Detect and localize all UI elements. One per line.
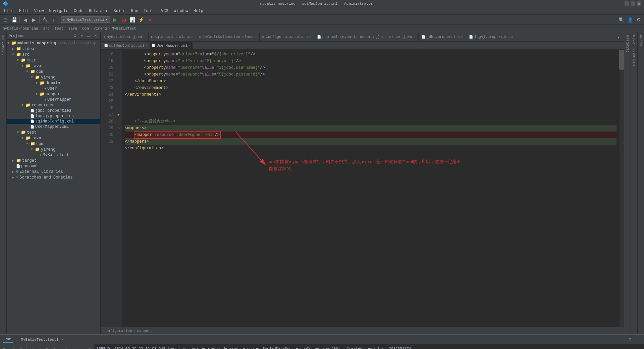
tabs-overflow-btn[interactable]: ▾: [614, 33, 623, 41]
toolbar-menu-btn[interactable]: ☰: [1, 16, 9, 24]
toolbar-profile-icon-btn[interactable]: 👤: [626, 16, 634, 24]
tree-jdbc-props[interactable]: ▶ 📄 jdbc.properties: [7, 108, 100, 113]
menu-vcs[interactable]: VCS: [158, 8, 171, 14]
scrollbar-track[interactable]: [619, 50, 624, 327]
menu-file[interactable]: File: [1, 8, 16, 14]
tree-log4j-props[interactable]: ▶ 📄 log4j.properties: [7, 113, 100, 119]
tree-mybatistest[interactable]: ▶ ● MyBatisTest: [7, 152, 100, 158]
menu-navigate[interactable]: Navigate: [46, 8, 71, 14]
profile-btn[interactable]: ⚡: [137, 16, 145, 24]
menu-code[interactable]: Code: [71, 8, 86, 14]
file-tab-sqlmapconfig[interactable]: 📄 sqlMapConfig.xml ✕: [102, 42, 149, 49]
tree-usermapper-xml[interactable]: ▶ 📄 UserMapper.xml: [7, 124, 100, 130]
minimize-button[interactable]: ─: [625, 1, 629, 6]
tree-java-test[interactable]: ▼ 📁 java: [7, 135, 100, 141]
file-tab-close-sqlmapconfig[interactable]: ✕: [146, 44, 147, 47]
file-tab-close-usermapper[interactable]: ✕: [189, 44, 190, 47]
maven-label[interactable]: Maven: [638, 32, 644, 49]
toolbar-settings-btn[interactable]: ⚙: [635, 16, 643, 24]
tab-close-userjava[interactable]: ✕: [414, 35, 416, 39]
project-gear-btn[interactable]: ⚙: [72, 33, 78, 39]
toolbar-build-btn[interactable]: 🔨: [41, 16, 49, 24]
tree-mapper[interactable]: ▼ 📁 mapper: [7, 91, 100, 97]
project-expand-btn[interactable]: ≡: [79, 33, 85, 39]
editor-breadcrumb-mappers[interactable]: mappers: [137, 329, 152, 333]
structure-label[interactable]: Structure: [1, 32, 6, 57]
bigdata-label[interactable]: Big Data Tools: [632, 32, 637, 68]
run-stop-btn[interactable]: ■: [17, 345, 25, 349]
database-label[interactable]: Database: [625, 32, 630, 55]
toolbar-sync-btn[interactable]: ↕: [50, 16, 58, 24]
tree-external-libs[interactable]: ▶ ⊞ External Libraries: [7, 169, 100, 174]
tab-close-pomxml[interactable]: ✕: [381, 35, 383, 39]
run-with-coverage-btn[interactable]: 📊: [128, 16, 136, 24]
tree-yimeng[interactable]: ▼ 📁 yimeng: [7, 74, 100, 80]
bottom-tab-run[interactable]: Run: [3, 337, 13, 343]
tree-com-test[interactable]: ▼ 📁 com: [7, 141, 100, 147]
breadcrumb-file[interactable]: MyBatisTest: [112, 27, 136, 31]
tab-log4jprops[interactable]: 📄 log4j.properties ✕: [466, 33, 516, 41]
code-lines[interactable]: <property name="driver" value="${jdbc.dr…: [122, 50, 619, 327]
tree-target[interactable]: ▶ 📁 target: [7, 158, 100, 163]
tree-domain[interactable]: ▼ 📁 domain: [7, 80, 100, 86]
run-collapse-btn[interactable]: ⊟: [52, 345, 59, 349]
run-sort-btn[interactable]: ⇅: [28, 345, 35, 349]
bottom-settings-btn[interactable]: ⚙: [627, 336, 633, 343]
menu-view[interactable]: View: [32, 8, 47, 14]
breadcrumb-src[interactable]: src: [43, 27, 50, 31]
tab-close-mybatistest[interactable]: ✕: [144, 35, 146, 39]
tab-close-defaultsqlsession[interactable]: ✕: [255, 35, 257, 39]
close-button[interactable]: ✕: [637, 1, 641, 6]
scrollbar-thumb[interactable]: [619, 50, 624, 70]
tree-sqlmapconfig[interactable]: ▶ 📄 sqlMapConfig.xml: [7, 119, 100, 124]
menu-edit[interactable]: Edit: [16, 8, 32, 14]
tab-sqlsession[interactable]: ⊞ SqlSession.class ✕: [149, 33, 197, 41]
maximize-button[interactable]: □: [631, 1, 635, 6]
tree-idea[interactable]: ▶ 📁 .idea: [7, 46, 100, 52]
breadcrumb-test[interactable]: test: [55, 27, 63, 31]
menu-run[interactable]: Run: [128, 8, 141, 14]
run-play-btn[interactable]: ▶: [1, 345, 9, 349]
editor-breadcrumb-config[interactable]: configuration: [103, 329, 132, 333]
toolbar-forward-btn[interactable]: ▶: [30, 16, 38, 24]
tree-test[interactable]: ▼ 📁 test: [7, 130, 100, 135]
tree-user-class[interactable]: ▶ ● User: [7, 86, 100, 91]
tab-configuration[interactable]: ⊞ Configuration.class ✕: [260, 33, 314, 41]
tree-src[interactable]: ▼ 📁 src: [7, 52, 100, 57]
run-close-tab[interactable]: ✕: [61, 337, 64, 342]
tab-userjava[interactable]: ● User.java ✕: [386, 33, 418, 41]
tab-close-configuration[interactable]: ✕: [309, 35, 311, 39]
tab-close-log4jprops[interactable]: ✕: [511, 35, 513, 39]
tree-main[interactable]: ▼ 📁 main: [7, 57, 100, 63]
toolbar-save-btn[interactable]: 💾: [10, 16, 18, 24]
tab-jdbcprops[interactable]: 📄 jdbc.properties ✕: [419, 33, 466, 41]
run-export-btn[interactable]: ↗: [85, 345, 92, 349]
run-next-fail-btn[interactable]: ↓: [70, 345, 78, 349]
menu-help[interactable]: Help: [191, 8, 206, 14]
menu-window[interactable]: Window: [171, 8, 191, 14]
tab-close-jdbcprops[interactable]: ✕: [461, 35, 463, 39]
tab-pomxml[interactable]: 📄 pom.xml (mybatis-nospring) ✕: [314, 33, 386, 41]
run-button[interactable]: ▶: [111, 16, 119, 24]
run-config-selector[interactable]: ▶ MyBatisTest.test1 ▾: [61, 16, 110, 23]
project-close-btn[interactable]: ✕: [92, 33, 98, 39]
tree-com[interactable]: ▼ 📁 com: [7, 69, 100, 74]
project-collapse-btn[interactable]: —: [86, 33, 92, 39]
tab-mybatistest[interactable]: ● MyBatisTest.java ✕: [101, 33, 149, 41]
menu-tools[interactable]: Tools: [141, 8, 158, 14]
run-filter-btn[interactable]: ≡: [36, 345, 43, 349]
tree-resources[interactable]: ▼ 📁 resources: [7, 102, 100, 108]
debug-button[interactable]: 🐞: [119, 16, 127, 24]
breadcrumb-project[interactable]: mybatis-nospring: [3, 27, 38, 31]
menu-refactor[interactable]: Refactor: [86, 8, 111, 14]
tree-java-main[interactable]: ▼ 📁 java: [7, 63, 100, 69]
run-prev-fail-btn[interactable]: ↑: [62, 345, 70, 349]
run-expand-btn[interactable]: ⊞: [44, 345, 51, 349]
toolbar-back-btn[interactable]: ◀: [21, 16, 29, 24]
file-tab-usermapper[interactable]: 📄 UserMapper.xml ✕: [150, 42, 193, 49]
tree-yimeng-test[interactable]: ▼ 📁 yimeng: [7, 147, 100, 152]
run-rerun-btn[interactable]: ↺: [9, 345, 17, 349]
tree-scratches[interactable]: ▶ ✎ Scratches and Consoles: [7, 174, 100, 180]
toolbar-search-btn[interactable]: 🔍: [617, 16, 625, 24]
breadcrumb-com[interactable]: com: [82, 27, 89, 31]
